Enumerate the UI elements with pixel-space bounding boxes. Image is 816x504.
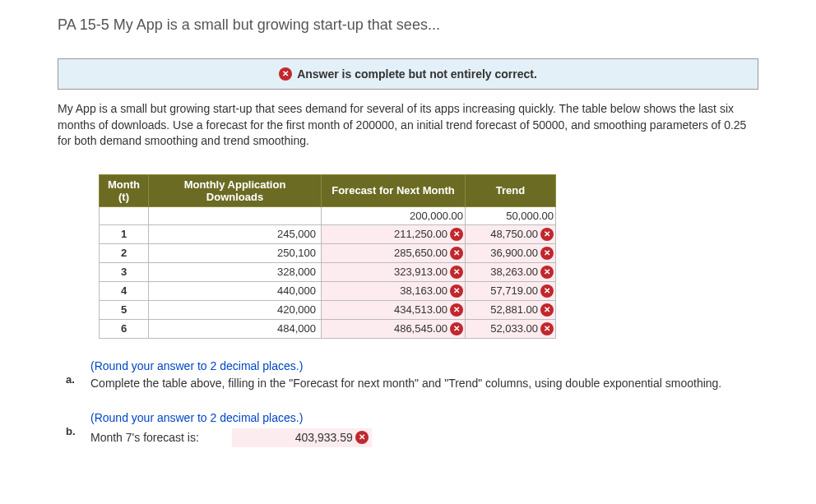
cell-forecast[interactable]: 486,545.00✕ — [322, 319, 466, 338]
col-header-downloads: Monthly Application Downloads — [149, 174, 322, 206]
page-title: PA 15-5 My App is a small but growing st… — [58, 16, 758, 34]
part-a-hint: (Round your answer to 2 decimal places.) — [90, 358, 758, 375]
cell-forecast[interactable]: 285,650.00✕ — [322, 243, 466, 262]
table-row: 3328,000323,913.00✕38,263.00✕ — [100, 262, 556, 281]
table-row: 2250,100285,650.00✕36,900.00✕ — [100, 243, 556, 262]
cell-forecast-value: 285,650.00 — [394, 247, 447, 259]
error-icon: ✕ — [540, 228, 554, 241]
cell-downloads — [149, 206, 322, 224]
cell-month: 5 — [100, 300, 149, 319]
error-icon: ✕ — [540, 322, 554, 335]
table-row: 5420,000434,513.00✕52,881.00✕ — [100, 300, 556, 319]
error-icon: ✕ — [450, 303, 463, 317]
error-icon: ✕ — [450, 284, 463, 298]
cell-downloads: 420,000 — [149, 300, 322, 319]
error-icon: ✕ — [540, 247, 554, 260]
cell-forecast[interactable]: 38,163.00✕ — [322, 281, 466, 300]
data-table-wrap: Month (t) Monthly Application Downloads … — [99, 174, 758, 339]
cell-month: 2 — [100, 243, 149, 262]
part-b-answer-value: 403,933.59 — [295, 430, 353, 446]
cell-forecast-value: 486,545.00 — [394, 322, 447, 335]
cell-forecast[interactable]: 211,250.00✕ — [322, 224, 466, 243]
part-b-label: b. — [66, 425, 79, 437]
cell-trend-value: 36,900.00 — [490, 247, 538, 259]
cell-trend-value: 38,263.00 — [490, 266, 538, 278]
error-icon: ✕ — [279, 67, 292, 81]
error-icon: ✕ — [450, 266, 463, 279]
cell-forecast-value: 38,163.00 — [400, 284, 447, 297]
part-b: b. (Round your answer to 2 decimal place… — [66, 410, 758, 447]
cell-trend[interactable]: 38,263.00✕ — [466, 262, 556, 281]
question-intro: My App is a small but growing start-up t… — [58, 101, 758, 150]
error-icon: ✕ — [450, 247, 463, 260]
error-icon: ✕ — [355, 431, 369, 444]
col-header-forecast: Forecast for Next Month — [322, 174, 466, 206]
cell-downloads: 245,000 — [149, 224, 322, 243]
col-header-trend: Trend — [466, 174, 556, 206]
error-icon: ✕ — [540, 266, 554, 279]
cell-trend[interactable]: 57,719.00✕ — [466, 281, 556, 300]
col-header-month: Month (t) — [100, 174, 149, 206]
cell-trend[interactable]: 50,000.00 — [466, 206, 556, 224]
table-row: 1245,000211,250.00✕48,750.00✕ — [100, 224, 556, 243]
cell-forecast-value: 434,513.00 — [394, 303, 447, 316]
cell-downloads: 484,000 — [149, 319, 322, 338]
part-b-answer-box[interactable]: 403,933.59 ✕ — [232, 428, 372, 448]
cell-forecast-value: 200,000.00 — [410, 210, 463, 222]
cell-downloads: 328,000 — [149, 262, 322, 281]
cell-month: 4 — [100, 281, 149, 300]
part-a: a. (Round your answer to 2 decimal place… — [66, 358, 758, 392]
error-icon: ✕ — [450, 322, 463, 335]
error-icon: ✕ — [450, 228, 463, 241]
error-icon: ✕ — [540, 303, 554, 317]
part-a-text: Complete the table above, filling in the… — [90, 376, 758, 392]
cell-trend-value: 57,719.00 — [490, 284, 538, 297]
cell-forecast-value: 323,913.00 — [394, 266, 447, 278]
cell-trend[interactable]: 52,881.00✕ — [466, 300, 556, 319]
status-banner: ✕ Answer is complete but not entirely co… — [58, 58, 758, 90]
cell-forecast-value: 211,250.00 — [394, 228, 447, 240]
cell-trend-value: 50,000.00 — [506, 210, 554, 222]
data-table: Month (t) Monthly Application Downloads … — [99, 174, 556, 339]
cell-month: 1 — [100, 224, 149, 243]
cell-trend-value: 48,750.00 — [490, 228, 538, 240]
cell-trend[interactable]: 48,750.00✕ — [466, 224, 556, 243]
cell-forecast[interactable]: 323,913.00✕ — [322, 262, 466, 281]
cell-month: 6 — [100, 319, 149, 338]
cell-trend-value: 52,033.00 — [490, 322, 538, 335]
cell-month — [100, 206, 149, 224]
cell-trend-value: 52,881.00 — [490, 303, 538, 316]
part-b-prompt: Month 7's forecast is: — [90, 430, 199, 446]
cell-downloads: 440,000 — [149, 281, 322, 300]
cell-trend[interactable]: 52,033.00✕ — [466, 319, 556, 338]
part-b-hint: (Round your answer to 2 decimal places.) — [90, 410, 758, 427]
table-row: 6484,000486,545.00✕52,033.00✕ — [100, 319, 556, 338]
cell-downloads: 250,100 — [149, 243, 322, 262]
cell-forecast[interactable]: 200,000.00 — [322, 206, 466, 224]
table-row: 200,000.0050,000.00 — [100, 206, 556, 224]
status-banner-text: Answer is complete but not entirely corr… — [297, 67, 537, 81]
part-a-label: a. — [66, 373, 79, 386]
table-row: 4440,00038,163.00✕57,719.00✕ — [100, 281, 556, 300]
cell-trend[interactable]: 36,900.00✕ — [466, 243, 556, 262]
error-icon: ✕ — [540, 284, 554, 298]
cell-month: 3 — [100, 262, 149, 281]
cell-forecast[interactable]: 434,513.00✕ — [322, 300, 466, 319]
